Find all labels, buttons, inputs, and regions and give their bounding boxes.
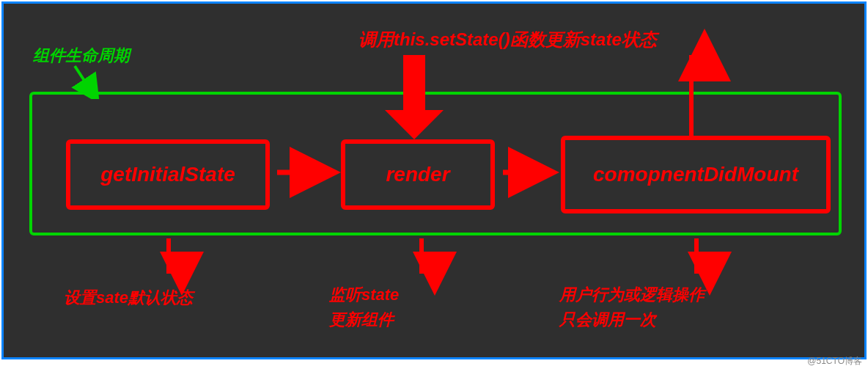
- box-getInitialState: getInitialState: [66, 139, 270, 210]
- arrow-render-to-cdm: [499, 161, 558, 183]
- desc-render: 监听state更新组件: [329, 282, 399, 332]
- arrow-down-1: [158, 238, 180, 282]
- arrow-down-3: [685, 238, 707, 282]
- arrow-down-2: [411, 238, 433, 282]
- svg-line-1: [75, 66, 92, 92]
- diagram-canvas: 组件生命周期 getInitialState render comopnentD…: [1, 1, 867, 359]
- box-render: render: [341, 139, 495, 210]
- box-label: comopnentDidMount: [593, 163, 798, 186]
- desc-componentDidMount: 用户行为或逻辑操作只会调用一次: [559, 282, 705, 332]
- svg-marker-2: [385, 55, 444, 139]
- box-componentDidMount: comopnentDidMount: [561, 136, 831, 213]
- box-label: render: [386, 163, 449, 186]
- watermark: @51CTO博客: [807, 355, 862, 368]
- arrow-setstate-to-render: [370, 48, 458, 143]
- desc-getInitialState: 设置sate默认状态: [64, 285, 193, 310]
- arrow-cdm-to-setstate: [677, 48, 706, 139]
- arrow-gis-to-render: [273, 161, 339, 183]
- box-label: getInitialState: [100, 163, 235, 186]
